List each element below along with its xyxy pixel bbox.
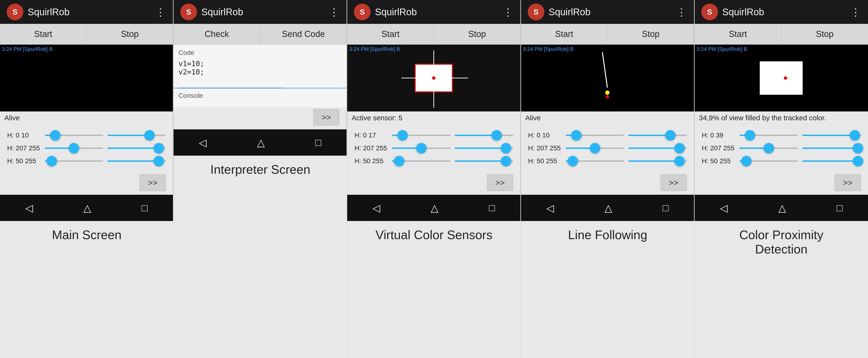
slider-track-1a-main[interactable]	[45, 148, 103, 149]
nav-home-lf[interactable]: △	[604, 202, 612, 214]
slider-track-0b-cp[interactable]	[802, 135, 861, 136]
slider-track-2b-main[interactable]	[107, 160, 166, 162]
stop-button-cp[interactable]: Stop	[781, 24, 868, 44]
start-button-main[interactable]: Start	[0, 24, 87, 44]
advance-button-lf[interactable]: >>	[660, 175, 687, 191]
start-button-vcs[interactable]: Start	[347, 24, 434, 44]
slider-label-0-vcs: H: 0 17	[354, 131, 388, 139]
cp-screen-phone: S SquirlRob ⋮ Start Stop 3:24 PM [SpurlR…	[695, 0, 868, 221]
stop-button-main[interactable]: Stop	[87, 24, 173, 44]
sendcode-button-interp[interactable]: Send Code	[260, 24, 346, 44]
advance-button-interp[interactable]: >>	[313, 109, 340, 125]
start-button-lf[interactable]: Start	[521, 24, 608, 44]
stop-button-lf[interactable]: Stop	[608, 24, 694, 44]
nav-back-cp[interactable]: ◁	[720, 202, 727, 214]
vcs-center-dot	[432, 77, 435, 80]
interpreter-screen-phone: S SquirlRob ⋮ Check Send Code Code v1=10…	[174, 0, 347, 156]
main-screen-phone: S SquirlRob ⋮ Start Stop 3:24 PM [SpurlR…	[0, 0, 173, 221]
navbar-main: ◁ △ □	[0, 195, 173, 221]
camera-vcs: 3:24 PM [SpurlRob] B	[347, 44, 520, 112]
nav-recent-vcs[interactable]: □	[489, 202, 495, 214]
slider-track-1a-vcs[interactable]	[392, 148, 451, 149]
slider-track-2b-vcs[interactable]	[455, 160, 513, 162]
code-content-interp: v1=10; v2=10;	[178, 59, 342, 76]
slider-track-2a-vcs[interactable]	[392, 160, 451, 162]
lf-dot-red	[606, 95, 609, 98]
slider-track-1b-lf[interactable]	[628, 148, 687, 149]
nav-recent-cp[interactable]: □	[837, 202, 842, 214]
nav-home-main[interactable]: △	[84, 202, 91, 214]
nav-back-vcs[interactable]: ◁	[372, 202, 380, 214]
nav-home-cp[interactable]: △	[778, 202, 786, 214]
advance-button-cp[interactable]: >>	[835, 175, 861, 191]
more-options-cp[interactable]: ⋮	[850, 6, 861, 18]
slider-label-2-lf: H: 50 255	[528, 157, 562, 165]
slider-row-0-lf: H: 0 10	[528, 131, 687, 139]
slider-row-0-vcs: H: 0 17	[354, 131, 513, 139]
status-lf: Alive	[521, 112, 694, 126]
more-options-lf[interactable]: ⋮	[676, 6, 687, 18]
app-title-cp: SquirlRob	[722, 7, 764, 18]
start-button-cp[interactable]: Start	[695, 24, 781, 44]
more-options-interp[interactable]: ⋮	[329, 6, 340, 18]
slider-track-1b-cp[interactable]	[802, 148, 861, 149]
interpreter-screen-wrapper: S SquirlRob ⋮ Check Send Code Code v1=10…	[174, 0, 347, 358]
slider-track-1a-cp[interactable]	[740, 148, 798, 149]
code-area-interp[interactable]: Code v1=10; v2=10;	[174, 44, 346, 88]
slider-track-2a-main[interactable]	[45, 160, 103, 162]
camera-main: 3:24 PM [SpurlRob] B	[0, 44, 173, 112]
cp-center-dot	[784, 77, 787, 80]
stop-button-vcs[interactable]: Stop	[434, 24, 520, 44]
more-options-main[interactable]: ⋮	[155, 6, 166, 18]
btn-bar-lf: Start Stop	[521, 24, 694, 44]
slider-track-1b-main[interactable]	[107, 148, 166, 149]
navbar-interp: ◁ △ □	[174, 129, 346, 156]
slider-track-0a-cp[interactable]	[740, 135, 798, 136]
nav-recent-lf[interactable]: □	[662, 202, 669, 214]
navbar-cp: ◁ △ □	[695, 195, 868, 221]
check-button-interp[interactable]: Check	[174, 24, 260, 44]
cp-detection-box	[760, 61, 803, 95]
slider-track-2a-cp[interactable]	[740, 160, 798, 162]
topbar-main: S SquirlRob ⋮	[0, 0, 173, 24]
app-icon-lf: S	[528, 4, 545, 20]
app-title-interp: SquirlRob	[201, 7, 243, 18]
slider-row-1-vcs: H: 207 255	[354, 144, 513, 152]
slider-track-1a-lf[interactable]	[566, 148, 624, 149]
advance-button-main[interactable]: >>	[140, 175, 166, 191]
slider-row-0-cp: H: 0 39	[702, 131, 861, 139]
slider-label-0-cp: H: 0 39	[702, 131, 735, 139]
slider-track-2b-cp[interactable]	[802, 160, 861, 162]
nav-back-lf[interactable]: ◁	[546, 202, 554, 214]
advance-row-vcs: >>	[347, 173, 520, 195]
slider-track-1b-vcs[interactable]	[455, 148, 513, 149]
slider-track-2b-lf[interactable]	[628, 160, 687, 162]
app-icon-main: S	[7, 4, 23, 20]
nav-back-main[interactable]: ◁	[25, 202, 33, 214]
slider-track-0a-lf[interactable]	[566, 135, 624, 136]
slider-label-1-cp: H: 207 255	[702, 144, 735, 152]
nav-home-interp[interactable]: △	[257, 137, 265, 148]
slider-track-0a-vcs[interactable]	[392, 135, 451, 136]
slider-row-0-main: H: 0 10	[7, 131, 166, 139]
nav-recent-interp[interactable]: □	[315, 137, 321, 148]
nav-back-interp[interactable]: ◁	[199, 137, 207, 148]
slider-track-2a-lf[interactable]	[566, 160, 624, 162]
status-main: Alive	[0, 112, 173, 126]
slider-row-2-lf: H: 50 255	[528, 157, 687, 165]
slider-track-0b-lf[interactable]	[628, 135, 687, 136]
app-title-lf: SquirlRob	[549, 7, 591, 18]
more-options-vcs[interactable]: ⋮	[503, 6, 514, 18]
camera-cp: 3:24 PM [SpurlRob] B	[695, 44, 868, 112]
btn-bar-interp: Check Send Code	[174, 24, 346, 44]
slider-track-0b-vcs[interactable]	[455, 135, 513, 136]
slider-track-0a-main[interactable]	[45, 135, 103, 136]
nav-recent-main[interactable]: □	[142, 202, 148, 214]
lf-screen-wrapper: S SquirlRob ⋮ Start Stop 3:24 PM [SpurlR…	[521, 0, 695, 358]
camera-label-main: 3:24 PM [SpurlRob] B	[2, 46, 53, 52]
nav-home-vcs[interactable]: △	[431, 202, 438, 214]
advance-button-vcs[interactable]: >>	[487, 175, 513, 191]
slider-track-0b-main[interactable]	[107, 135, 166, 136]
slider-label-2-main: H: 50 255	[7, 157, 40, 165]
vcs-screen-wrapper: S SquirlRob ⋮ Start Stop 3:24 PM [SpurlR…	[347, 0, 521, 358]
